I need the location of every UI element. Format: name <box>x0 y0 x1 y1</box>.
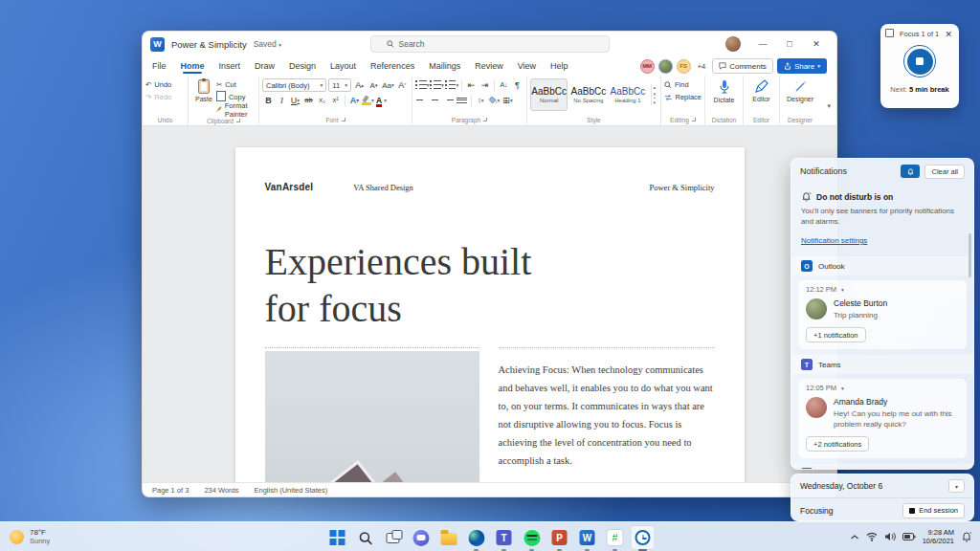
font-size-select[interactable]: 11▾ <box>328 78 351 92</box>
teams-notification-card[interactable]: 12:05 PM▾ Amanda Brady Hey! Can you help… <box>798 379 967 458</box>
end-session-button[interactable]: End session <box>902 503 965 518</box>
word-app-icon[interactable]: W <box>150 37 165 52</box>
slack-button[interactable] <box>604 526 627 549</box>
designer-button[interactable]: Designer <box>783 78 817 103</box>
cut-button[interactable]: ✂Cut <box>216 78 256 91</box>
language-indicator[interactable]: English (United States) <box>255 486 328 495</box>
file-explorer-button[interactable] <box>437 526 460 549</box>
line-spacing-button[interactable]: ↕▾ <box>475 94 487 106</box>
minimize-button[interactable]: — <box>750 34 775 54</box>
chevron-up-icon[interactable] <box>850 534 859 540</box>
chevron-down-icon[interactable]: ▾ <box>841 287 844 293</box>
underline-button[interactable]: U▾ <box>289 94 301 106</box>
comments-button[interactable]: Comments <box>712 58 773 74</box>
sort-button[interactable]: A↓ <box>498 78 510 91</box>
more-notifications-chip[interactable]: +1 notification <box>806 327 866 342</box>
clear-formatting-button[interactable]: A* <box>396 79 409 92</box>
shrink-font-button[interactable]: A▾ <box>368 79 380 92</box>
notification-dnd-tray-icon[interactable] <box>961 531 972 542</box>
dnd-toggle-button[interactable] <box>901 165 920 178</box>
page-indicator[interactable]: Page 1 of 3 <box>152 486 189 495</box>
more-notifications-chip[interactable]: +2 notifications <box>806 436 869 452</box>
powerpoint-button[interactable]: P <box>548 526 571 549</box>
document-canvas[interactable]: VanArsdel VA Shared Design Power & Simpl… <box>143 126 836 482</box>
text-effects-button[interactable]: A▾ <box>348 94 361 106</box>
word-count[interactable]: 234 Words <box>204 486 238 495</box>
subscript-button[interactable]: x₂ <box>316 94 328 106</box>
replace-button[interactable]: Replace <box>664 91 702 103</box>
shading-button[interactable]: ▾ <box>488 94 501 106</box>
format-painter-button[interactable]: Format Painter <box>216 103 256 116</box>
task-view-button[interactable] <box>382 526 405 549</box>
align-left-button[interactable] <box>415 94 428 106</box>
show-formatting-button[interactable]: ¶ <box>511 78 523 91</box>
dictate-button[interactable]: Dictate <box>708 78 740 104</box>
search-input[interactable]: Search <box>370 35 610 53</box>
taskbar-search-button[interactable] <box>354 526 377 549</box>
increase-indent-button[interactable]: ⇥ <box>479 78 491 91</box>
editor-button[interactable]: Editor <box>746 78 776 103</box>
collaborators-more[interactable]: +4 <box>698 62 706 71</box>
close-icon[interactable]: ✕ <box>945 31 952 38</box>
dialog-launcher-icon[interactable] <box>342 118 345 121</box>
taskbar-weather-widget[interactable]: 78°F Sunny <box>10 528 50 545</box>
multilevel-list-button[interactable]: ▾ <box>445 78 458 91</box>
edge-button[interactable] <box>465 526 488 549</box>
notification-settings-link[interactable]: Notification settings <box>801 236 867 245</box>
document-page[interactable]: VanArsdel VA Shared Design Power & Simpl… <box>235 147 745 482</box>
spotify-button[interactable] <box>521 526 544 549</box>
superscript-button[interactable]: x² <box>329 94 342 106</box>
collapse-ribbon-icon[interactable]: ▾ <box>827 102 831 110</box>
paste-button[interactable]: Paste <box>191 78 216 116</box>
collaborator-badge-fs[interactable]: FS <box>677 59 691 74</box>
tab-home[interactable]: Home <box>181 58 205 74</box>
dialog-launcher-icon[interactable] <box>483 118 487 121</box>
teams-button[interactable] <box>493 526 516 549</box>
tab-file[interactable]: File <box>152 58 167 74</box>
align-right-button[interactable] <box>442 94 455 106</box>
justify-button[interactable] <box>456 94 468 106</box>
decrease-indent-button[interactable]: ⇤ <box>465 78 478 91</box>
group-header-outlook[interactable]: O Outlook <box>791 256 973 276</box>
tab-references[interactable]: References <box>370 58 414 74</box>
tab-review[interactable]: Review <box>475 58 503 74</box>
bold-button[interactable]: B <box>262 94 275 106</box>
italic-button[interactable]: I <box>276 94 288 106</box>
clock-app-button[interactable] <box>632 526 655 549</box>
borders-button[interactable]: ⊞▾ <box>501 94 514 106</box>
stop-focus-button[interactable] <box>903 45 936 77</box>
restore-icon[interactable] <box>887 31 894 37</box>
date-row[interactable]: Wednesday, October 6 ▾ <box>791 474 973 498</box>
change-case-button[interactable]: Aa▾ <box>382 79 394 92</box>
font-color-button[interactable]: A▾ <box>375 94 388 106</box>
highlight-color-button[interactable]: ▾ <box>362 94 374 106</box>
tab-view[interactable]: View <box>518 58 536 74</box>
battery-icon[interactable] <box>902 533 916 540</box>
tray-clock[interactable]: 9:28 AM 10/6/2021 <box>923 528 954 545</box>
outlook-notification-card[interactable]: 12:12 PM▾ Celeste Burton Trip planning +… <box>798 280 967 349</box>
style-gallery-arrows[interactable]: ▴ ▾ ▾ <box>651 84 658 105</box>
share-button[interactable]: Share ▾ <box>777 58 827 74</box>
tab-layout[interactable]: Layout <box>330 58 356 74</box>
style-heading1[interactable]: AaBbCc Heading 1 <box>609 78 646 111</box>
align-center-button[interactable] <box>429 94 441 106</box>
find-button[interactable]: Find <box>664 78 702 91</box>
group-header-calendar[interactable]: ▦ Calendar <box>791 464 973 470</box>
grow-font-button[interactable]: A▴ <box>353 79 366 92</box>
wifi-icon[interactable] <box>866 532 878 541</box>
document-image[interactable] <box>265 351 479 482</box>
clear-all-button[interactable]: Clear all <box>924 165 965 179</box>
redo-button[interactable]: ↷Redo <box>145 91 185 103</box>
save-status[interactable]: Saved ▾ <box>254 39 281 49</box>
style-no-spacing[interactable]: AaBbCc No Spacing <box>569 78 607 111</box>
font-name-select[interactable]: Calibri (Body)▾ <box>262 78 326 92</box>
undo-button[interactable]: ↶Undo <box>145 78 185 91</box>
dialog-launcher-icon[interactable] <box>236 119 240 122</box>
collaborator-badge-mm[interactable]: MM <box>640 59 655 74</box>
chevron-down-icon[interactable]: ▾ <box>841 386 844 391</box>
tab-insert[interactable]: Insert <box>219 58 241 74</box>
user-avatar[interactable] <box>725 36 741 52</box>
close-button[interactable]: ✕ <box>804 34 829 54</box>
tab-draw[interactable]: Draw <box>255 58 275 74</box>
expand-calendar-button[interactable]: ▾ <box>948 479 965 493</box>
